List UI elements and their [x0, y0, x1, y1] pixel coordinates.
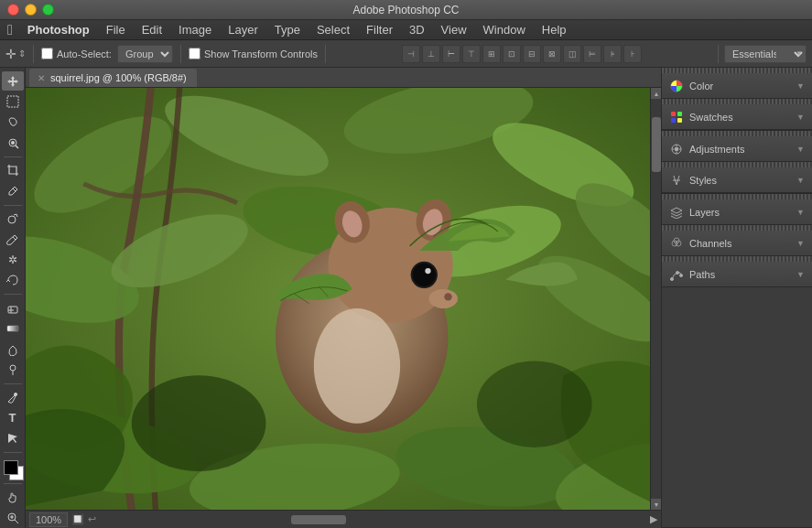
styles-panel-header[interactable]: Styles ▼: [662, 167, 812, 193]
eyedropper-tool-btn[interactable]: [2, 181, 24, 200]
dodge-tool-btn[interactable]: [2, 360, 24, 379]
window-title: Adobe Photoshop CC: [352, 4, 459, 16]
menu-filter[interactable]: Filter: [359, 21, 400, 38]
toolbar-separator-3: [4, 294, 22, 295]
layers-channels-paths-group: Layers ▼ Channels ▼: [662, 199, 812, 528]
auto-select-checkbox[interactable]: [41, 48, 53, 59]
window-controls: [7, 4, 54, 16]
menu-type[interactable]: Type: [267, 21, 308, 38]
status-arrow-right[interactable]: ▶: [650, 513, 657, 525]
h-scroll-thumb[interactable]: [291, 515, 346, 524]
status-icon-2[interactable]: ↩: [88, 513, 96, 525]
document-tab[interactable]: ✕ squirrel.jpg @ 100% (RGB/8#): [29, 69, 197, 87]
color-panel-header[interactable]: Color ▼: [662, 73, 812, 99]
auto-select-dropdown[interactable]: Group Layer: [117, 45, 173, 63]
transform-controls-checkbox[interactable]: [189, 48, 200, 59]
vertical-scrollbar[interactable]: ▲ ▼: [650, 88, 661, 510]
lasso-tool-btn[interactable]: [2, 113, 24, 132]
maximize-button[interactable]: [42, 4, 54, 16]
distribute-center-h-btn[interactable]: ⊠: [543, 45, 561, 63]
paths-panel-icon: [669, 267, 684, 282]
crop-tool-btn[interactable]: [2, 161, 24, 180]
transform-controls-label: Show Transform Controls: [204, 48, 318, 59]
history-brush-tool-btn[interactable]: [2, 271, 24, 290]
svg-point-50: [677, 271, 679, 274]
color-swatches[interactable]: [2, 460, 24, 480]
clone-stamp-tool-btn[interactable]: ✲: [2, 250, 24, 269]
app-name[interactable]: Photoshop: [20, 21, 97, 38]
apple-menu[interactable]: : [7, 22, 13, 38]
styles-panel-label: Styles: [689, 175, 791, 186]
scroll-thumb[interactable]: [652, 117, 661, 172]
move-tool-icon: ✛: [5, 47, 16, 61]
svg-rect-43: [677, 118, 682, 123]
type-tool-btn[interactable]: T: [2, 408, 24, 427]
eraser-tool-btn[interactable]: [2, 298, 24, 318]
foreground-color[interactable]: [4, 460, 18, 475]
move-tool-arrows: ⇕: [18, 48, 26, 59]
menu-image[interactable]: Image: [171, 21, 219, 38]
menu-file[interactable]: File: [99, 21, 133, 38]
swatches-panel-arrow: ▼: [796, 113, 805, 122]
distribute-center-v-btn[interactable]: ⊧: [603, 45, 622, 63]
canvas-bottom-area: 100% 🔲 ↩ ▶: [26, 510, 661, 528]
distribute-right-btn[interactable]: ◫: [563, 45, 581, 63]
workspace-dropdown[interactable]: Essentials Design Painting Photography: [724, 45, 807, 63]
options-bar: ✛ ⇕ Auto-Select: Group Layer Show Transf…: [0, 40, 812, 68]
menu-window[interactable]: Window: [476, 21, 533, 38]
path-select-tool-btn[interactable]: [2, 429, 24, 448]
minimize-button[interactable]: [25, 4, 37, 16]
swatches-panel-header[interactable]: Swatches ▼: [662, 104, 812, 130]
svg-rect-6: [7, 326, 18, 331]
svg-rect-0: [7, 96, 18, 107]
canvas-status-bar: 100% 🔲 ↩ ▶: [26, 510, 661, 528]
blur-tool-btn[interactable]: [2, 339, 24, 359]
align-center-v-btn[interactable]: ⊞: [482, 45, 501, 63]
toolbar-separator-2: [4, 205, 22, 206]
auto-select-option: Auto-Select:: [41, 48, 112, 59]
align-right-btn[interactable]: ⊢: [442, 45, 460, 63]
pen-tool-btn[interactable]: [2, 388, 24, 407]
align-top-btn[interactable]: ⊤: [462, 45, 481, 63]
panels-column: Color ▼ Swatches ▼: [661, 68, 812, 528]
svg-rect-41: [677, 112, 682, 116]
quick-select-tool-btn[interactable]: [2, 133, 24, 152]
canvas-image[interactable]: [26, 88, 650, 510]
align-buttons: ⊣ ⊥ ⊢ ⊤ ⊞ ⊡ ⊟ ⊠ ◫ ⊨ ⊧ ⊦: [402, 45, 642, 63]
menu-help[interactable]: Help: [535, 21, 574, 38]
scroll-down-btn[interactable]: ▼: [651, 499, 661, 510]
menu-view[interactable]: View: [434, 21, 474, 38]
healing-brush-tool-btn[interactable]: [2, 209, 24, 228]
marquee-tool-btn[interactable]: [2, 92, 24, 111]
layers-panel-header[interactable]: Layers ▼: [662, 199, 812, 225]
tab-close-icon[interactable]: ✕: [38, 73, 45, 83]
zoom-level: 100%: [29, 512, 68, 527]
main-area: ✲: [0, 68, 812, 528]
align-center-h-btn[interactable]: ⊥: [422, 45, 440, 63]
adjustments-panel-header[interactable]: Adjustments ▼: [662, 136, 812, 162]
menu-select[interactable]: Select: [309, 21, 357, 38]
svg-point-29: [413, 264, 436, 286]
menu-edit[interactable]: Edit: [135, 21, 169, 38]
close-button[interactable]: [7, 4, 19, 16]
menu-layer[interactable]: Layer: [221, 21, 265, 38]
gradient-tool-btn[interactable]: [2, 318, 24, 338]
distribute-bottom-btn[interactable]: ⊦: [623, 45, 642, 63]
styles-panel-icon: [669, 173, 684, 188]
move-tool-btn[interactable]: [2, 71, 24, 91]
status-icon-1[interactable]: 🔲: [71, 513, 84, 525]
channels-panel-header[interactable]: Channels ▼: [662, 231, 812, 256]
paths-panel-header[interactable]: Paths ▼: [662, 262, 812, 287]
scroll-up-btn[interactable]: ▲: [651, 88, 661, 99]
svg-point-38: [477, 361, 592, 447]
canvas-wrapper: ▲ ▼: [26, 88, 661, 510]
align-left-btn[interactable]: ⊣: [402, 45, 420, 63]
hand-tool-btn[interactable]: [2, 488, 24, 507]
zoom-tool-btn[interactable]: [2, 509, 24, 528]
swatches-panel-label: Swatches: [689, 112, 791, 123]
distribute-left-btn[interactable]: ⊟: [523, 45, 541, 63]
menu-3d[interactable]: 3D: [402, 21, 432, 38]
align-bottom-btn[interactable]: ⊡: [503, 45, 521, 63]
distribute-top-btn[interactable]: ⊨: [583, 45, 601, 63]
brush-tool-btn[interactable]: [2, 230, 24, 249]
